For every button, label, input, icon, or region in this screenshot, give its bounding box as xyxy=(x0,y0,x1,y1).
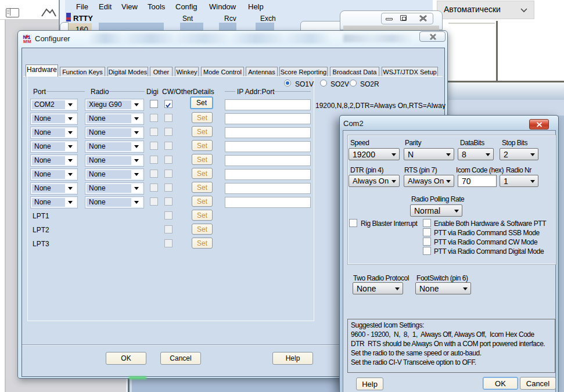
svg-text:M: M xyxy=(27,39,31,44)
svg-text:M: M xyxy=(23,39,27,44)
